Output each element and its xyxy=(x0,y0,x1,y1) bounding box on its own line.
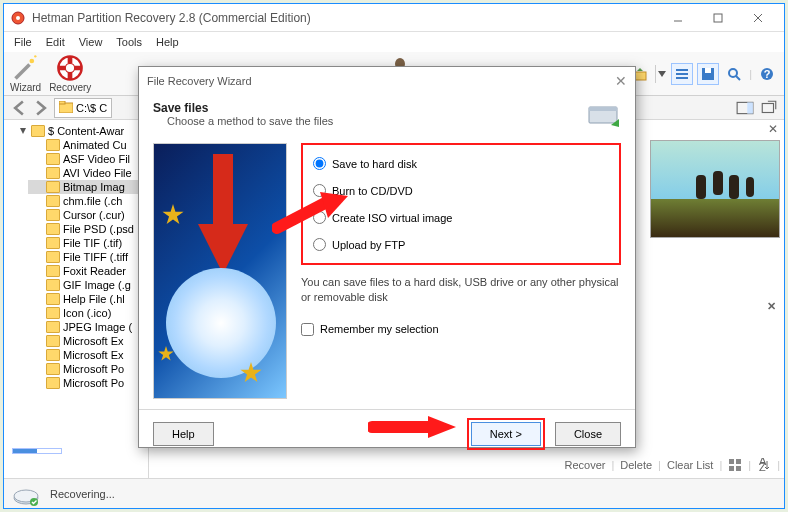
tree-item[interactable]: ASF Video Fil xyxy=(28,152,146,166)
wizard-button[interactable]: Wizard xyxy=(10,55,41,93)
tree-item[interactable]: Help File (.hl xyxy=(28,292,146,306)
tree-item[interactable]: Icon (.ico) xyxy=(28,306,146,320)
svg-rect-24 xyxy=(736,459,741,464)
path-field[interactable]: C:\$ C xyxy=(54,98,112,118)
menu-edit[interactable]: Edit xyxy=(40,34,71,50)
svg-point-4 xyxy=(29,58,34,63)
delete-action[interactable]: Delete xyxy=(620,459,652,471)
tree-root-label: $ Content-Awar xyxy=(48,125,124,137)
radio-upload-ftp[interactable] xyxy=(313,238,326,251)
tree-item-label: Microsoft Ex xyxy=(63,349,124,361)
svg-point-5 xyxy=(34,55,36,57)
recover-action[interactable]: Recover xyxy=(564,459,605,471)
close-button[interactable]: Close xyxy=(555,422,621,446)
panel-popout-icon[interactable] xyxy=(760,99,778,117)
menu-file[interactable]: File xyxy=(8,34,38,50)
tree-item[interactable]: Microsoft Po xyxy=(28,362,146,376)
disk-icon xyxy=(12,482,40,506)
collapse-icon[interactable] xyxy=(18,126,28,136)
folder-icon xyxy=(46,181,60,193)
annotation-arrow-icon xyxy=(368,414,458,440)
progress-bar xyxy=(12,448,62,454)
dialog-titlebar: File Recovery Wizard ✕ xyxy=(139,67,635,95)
back-icon[interactable] xyxy=(10,99,28,117)
tree-item-label: Microsoft Po xyxy=(63,377,124,389)
view-list-button[interactable] xyxy=(671,63,693,85)
tree-item[interactable]: AVI Video File xyxy=(28,166,146,180)
tree-item[interactable]: Foxit Reader xyxy=(28,264,146,278)
wizard-artwork xyxy=(153,143,287,399)
close-icon[interactable]: ✕ xyxy=(766,122,780,136)
recovery-button[interactable]: Recovery xyxy=(49,55,91,93)
option-save-hard-disk[interactable]: Save to hard disk xyxy=(313,157,609,170)
folder-tree[interactable]: $ Content-Awar Animated CuASF Video FilA… xyxy=(4,120,149,478)
maximize-button[interactable] xyxy=(698,6,738,30)
dropdown-icon[interactable] xyxy=(655,65,667,83)
tree-item-label: Microsoft Ex xyxy=(63,335,124,347)
folder-icon xyxy=(46,279,60,291)
next-button[interactable]: Next > xyxy=(471,422,541,446)
radio-hard-disk[interactable] xyxy=(313,157,326,170)
tree-item[interactable]: Cursor (.cur) xyxy=(28,208,146,222)
panel-right-icon[interactable] xyxy=(736,99,754,117)
tree-item[interactable]: File TIF (.tif) xyxy=(28,236,146,250)
remember-checkbox[interactable] xyxy=(301,323,314,336)
wand-icon xyxy=(12,55,40,81)
close-button[interactable] xyxy=(738,6,778,30)
svg-rect-11 xyxy=(676,73,688,75)
svg-rect-26 xyxy=(736,466,741,471)
tree-item-label: AVI Video File xyxy=(63,167,132,179)
forward-icon[interactable] xyxy=(32,99,50,117)
menu-help[interactable]: Help xyxy=(150,34,185,50)
folder-icon xyxy=(46,265,60,277)
close-icon[interactable]: ✕ xyxy=(767,300,776,313)
window-title: Hetman Partition Recovery 2.8 (Commercia… xyxy=(32,11,658,25)
svg-rect-19 xyxy=(59,101,65,104)
option-create-iso[interactable]: Create ISO virtual image xyxy=(313,211,609,224)
folder-icon xyxy=(46,335,60,347)
svg-text:?: ? xyxy=(764,68,771,80)
menu-tools[interactable]: Tools xyxy=(110,34,148,50)
next-button-highlight: Next > xyxy=(467,418,545,450)
tree-item[interactable]: JPEG Image ( xyxy=(28,320,146,334)
svg-point-15 xyxy=(729,69,737,77)
preview-thumbnail[interactable] xyxy=(650,140,780,238)
close-icon[interactable]: ✕ xyxy=(615,73,627,89)
help-icon[interactable]: ? xyxy=(756,63,778,85)
tree-item[interactable]: Bitmap Imag xyxy=(28,180,146,194)
menu-view[interactable]: View xyxy=(73,34,109,50)
folder-icon xyxy=(46,167,60,179)
tree-item[interactable]: File TIFF (.tiff xyxy=(28,250,146,264)
option-burn-cd[interactable]: Burn to CD/DVD xyxy=(313,184,609,197)
search-icon[interactable] xyxy=(723,63,745,85)
status-text: Recovering... xyxy=(50,488,115,500)
tree-item-label: Help File (.hl xyxy=(63,293,125,305)
folder-icon xyxy=(46,349,60,361)
tree-item[interactable]: Animated Cu xyxy=(28,138,146,152)
remember-selection[interactable]: Remember my selection xyxy=(301,323,621,336)
svg-rect-25 xyxy=(729,466,734,471)
tree-item-label: Microsoft Po xyxy=(63,363,124,375)
tree-item[interactable]: Microsoft Ex xyxy=(28,348,146,362)
save-button-icon[interactable] xyxy=(697,63,719,85)
clearlist-action[interactable]: Clear List xyxy=(667,459,713,471)
option-upload-ftp[interactable]: Upload by FTP xyxy=(313,238,609,251)
tree-item[interactable]: chm.file (.ch xyxy=(28,194,146,208)
sort-az-icon[interactable]: AZ xyxy=(757,458,771,472)
folder-icon xyxy=(46,209,60,221)
svg-rect-22 xyxy=(762,103,773,112)
folder-icon xyxy=(31,125,45,137)
tree-root[interactable]: $ Content-Awar xyxy=(6,124,146,138)
tree-item[interactable]: File PSD (.psd xyxy=(28,222,146,236)
svg-rect-33 xyxy=(589,107,617,111)
lifebuoy-icon xyxy=(56,55,84,81)
view-mode-1-icon[interactable] xyxy=(728,458,742,472)
help-button[interactable]: Help xyxy=(153,422,214,446)
tree-item[interactable]: GIF Image (.g xyxy=(28,278,146,292)
tree-item-label: Animated Cu xyxy=(63,139,127,151)
minimize-button[interactable] xyxy=(658,6,698,30)
annotation-arrow-icon xyxy=(272,188,352,238)
tree-item[interactable]: Microsoft Ex xyxy=(28,334,146,348)
tree-item[interactable]: Microsoft Po xyxy=(28,376,146,390)
folder-icon xyxy=(46,321,60,333)
